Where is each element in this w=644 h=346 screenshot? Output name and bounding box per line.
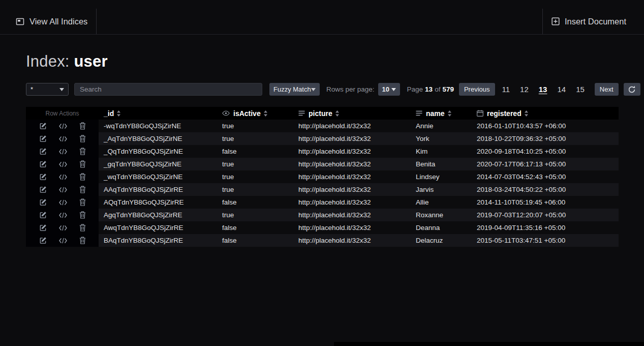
page-number-12[interactable]: 12	[515, 83, 534, 96]
cell-isactive: true	[217, 173, 293, 181]
insert-document-label: Insert Document	[565, 17, 626, 26]
row-actions-cell	[26, 120, 99, 132]
insert-document-button[interactable]: Insert Document	[542, 9, 635, 34]
column-header-id[interactable]: _id	[99, 109, 217, 118]
view-json-button[interactable]	[59, 136, 67, 142]
column-header-picture[interactable]: picture	[293, 109, 411, 118]
view-json-button[interactable]	[59, 174, 67, 180]
delete-row-button[interactable]	[79, 224, 86, 232]
page-number-15[interactable]: 15	[571, 83, 590, 96]
table-row: BAqTdnYB8GoQJSjZirRE false http://placeh…	[26, 234, 619, 247]
cell-name: York	[411, 135, 472, 142]
cell-id: -wqTdnYB8GoQJSjZirNE	[99, 122, 217, 130]
table-body: -wqTdnYB8GoQJSjZirNE true http://placeho…	[26, 120, 619, 247]
edit-icon	[39, 173, 47, 181]
trash-icon	[79, 135, 86, 142]
next-button[interactable]: Next	[595, 83, 619, 96]
edit-row-button[interactable]	[39, 173, 47, 181]
code-icon	[59, 212, 67, 218]
edit-row-button[interactable]	[39, 122, 47, 130]
trash-icon	[79, 160, 86, 168]
view-all-indices-button[interactable]: View All Indices	[9, 9, 97, 34]
cell-id: _gqTdnYB8GoQJSjZirNE	[99, 160, 217, 168]
page-number-14[interactable]: 14	[552, 83, 571, 96]
trash-icon	[79, 148, 86, 155]
rows-per-page-select[interactable]: 10	[378, 83, 400, 96]
cell-registered: 2020-09-18T04:10:25 +05:00	[472, 148, 619, 155]
edit-row-button[interactable]	[39, 148, 47, 155]
cell-id: AgqTdnYB8GoQJSjZirRE	[99, 211, 217, 219]
edit-icon	[39, 237, 47, 244]
text-lines-icon	[298, 110, 305, 116]
code-icon	[59, 149, 67, 155]
cell-registered: 2019-07-03T12:20:07 +05:00	[472, 211, 619, 219]
cell-isactive: true	[217, 160, 293, 168]
page-number-13[interactable]: 13	[534, 83, 553, 96]
edit-row-button[interactable]	[39, 186, 47, 193]
cell-isactive: false	[217, 148, 293, 155]
column-header-isactive[interactable]: isActive	[217, 109, 293, 118]
edit-row-button[interactable]	[39, 135, 47, 142]
page-status: Page 13 of 579	[407, 85, 454, 93]
cell-id: AwqTdnYB8GoQJSjZirRE	[99, 224, 217, 232]
cell-picture: http://placehold.it/32x32	[293, 148, 411, 155]
delete-row-button[interactable]	[79, 122, 86, 130]
column-header-registered[interactable]: registered	[472, 109, 619, 118]
edit-icon	[39, 186, 47, 193]
refresh-button[interactable]	[624, 83, 640, 96]
cell-id: BAqTdnYB8GoQJSjZirRE	[99, 237, 217, 244]
window-icon	[16, 17, 24, 26]
search-input[interactable]	[74, 83, 262, 96]
view-all-indices-label: View All Indices	[29, 17, 87, 26]
page-numbers: 1112131415	[497, 83, 590, 96]
view-json-button[interactable]	[59, 161, 67, 167]
cell-isactive: true	[217, 135, 293, 142]
edit-row-button[interactable]	[39, 224, 47, 232]
column-label: isActive	[233, 109, 261, 118]
cell-picture: http://placehold.it/32x32	[293, 122, 411, 130]
sort-icon	[448, 110, 451, 117]
delete-row-button[interactable]	[79, 198, 86, 206]
table-row: _gqTdnYB8GoQJSjZirNE true http://placeho…	[26, 158, 619, 170]
delete-row-button[interactable]	[79, 173, 86, 181]
delete-row-button[interactable]	[79, 135, 86, 142]
view-json-button[interactable]	[59, 123, 67, 129]
total-pages: 579	[442, 85, 454, 93]
cell-picture: http://placehold.it/32x32	[293, 186, 411, 193]
trash-icon	[79, 211, 86, 219]
previous-button[interactable]: Previous	[459, 83, 495, 96]
view-json-button[interactable]	[59, 225, 67, 231]
view-json-button[interactable]	[59, 238, 67, 244]
view-json-button[interactable]	[59, 199, 67, 206]
cell-registered: 2014-11-10T05:19:45 +06:00	[472, 198, 619, 206]
table-row: AQqTdnYB8GoQJSjZirRE false http://placeh…	[26, 196, 619, 209]
cell-name: Lindsey	[411, 173, 472, 181]
delete-row-button[interactable]	[79, 160, 86, 168]
cell-name: Deanna	[411, 224, 472, 232]
index-name: user	[74, 52, 107, 70]
edit-row-button[interactable]	[39, 160, 47, 168]
view-json-button[interactable]	[59, 149, 67, 155]
toolbar: * Fuzzy Match Rows per page: 10 Page 13 …	[26, 83, 644, 96]
delete-row-button[interactable]	[79, 237, 86, 244]
table-row: _AqTdnYB8GoQJSjZirNE true http://placeho…	[26, 132, 619, 145]
cell-picture: http://placehold.it/32x32	[293, 135, 411, 142]
match-type-select[interactable]: Fuzzy Match	[269, 83, 320, 96]
table-row: _QqTdnYB8GoQJSjZirNE false http://placeh…	[26, 145, 619, 158]
delete-row-button[interactable]	[79, 211, 86, 219]
view-json-button[interactable]	[59, 187, 67, 193]
cell-isactive: true	[217, 186, 293, 193]
cell-registered: 2018-03-24T04:50:22 +05:00	[472, 186, 619, 193]
edit-row-button[interactable]	[39, 211, 47, 219]
cell-picture: http://placehold.it/32x32	[293, 237, 411, 244]
field-filter-select[interactable]: *	[26, 83, 69, 96]
delete-row-button[interactable]	[79, 186, 86, 193]
edit-row-button[interactable]	[39, 237, 47, 244]
delete-row-button[interactable]	[79, 148, 86, 155]
page-number-11[interactable]: 11	[497, 83, 515, 96]
edit-row-button[interactable]	[39, 198, 47, 206]
column-header-name[interactable]: name	[411, 109, 472, 118]
results-table: Row Actions _id isActive picture name	[26, 107, 619, 247]
view-json-button[interactable]	[59, 212, 67, 218]
cell-name: Jarvis	[411, 186, 472, 193]
